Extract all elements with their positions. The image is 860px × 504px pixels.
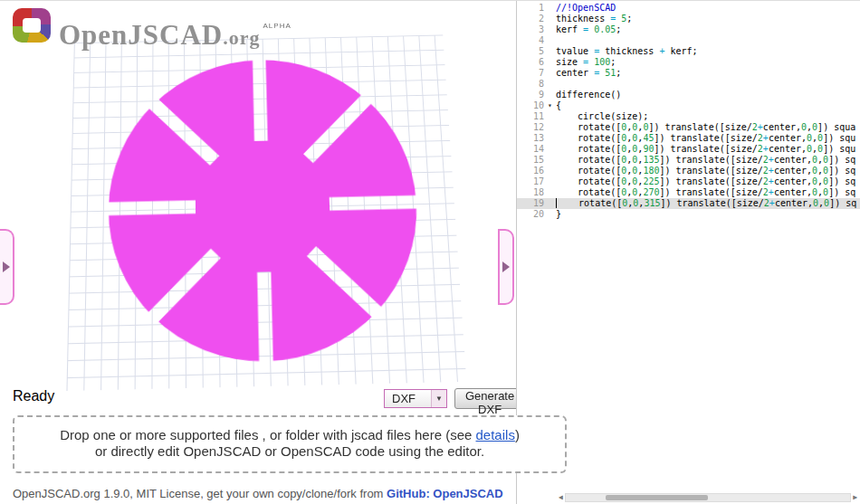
line-number: 17: [517, 176, 544, 187]
code-line[interactable]: 14 rotate([0,0,90]) translate([size/2+ce…: [517, 144, 860, 155]
line-number: 12: [517, 122, 544, 133]
code-line[interactable]: 1//!OpenSCAD: [517, 3, 860, 14]
fold-gutter-spacer: [544, 24, 556, 35]
code-line[interactable]: 13 rotate([0,0,45]) translate([size/2+ce…: [517, 133, 860, 144]
viewer-canvas[interactable]: [66, 34, 466, 390]
code-text: rotate([0,0,180]) translate([size/2+cent…: [556, 166, 860, 176]
line-number: 9: [517, 90, 544, 100]
code-text: rotate([0,0,45]) translate([size/2+cente…: [556, 133, 860, 144]
code-line[interactable]: 18 rotate([0,0,270]) translate([size/2+c…: [517, 187, 860, 198]
scroll-right-icon[interactable]: ▶: [853, 492, 857, 503]
chevron-down-icon: ▼: [431, 390, 446, 407]
fold-arrow-icon[interactable]: ▾: [544, 100, 556, 111]
code-line[interactable]: 20}: [517, 209, 860, 220]
code-line[interactable]: 6size = 100;: [517, 57, 860, 68]
code-line[interactable]: 9difference(): [517, 90, 860, 100]
arrow-right-icon: [3, 262, 10, 272]
code-line[interactable]: 16 rotate([0,0,180]) translate([size/2+c…: [517, 166, 860, 176]
scrollbar-thumb[interactable]: [606, 495, 708, 500]
line-number: 5: [517, 46, 544, 57]
fold-gutter-spacer: [544, 111, 556, 122]
line-number: 11: [517, 111, 544, 122]
fold-gutter-spacer: [544, 68, 556, 79]
code-line[interactable]: 4: [517, 35, 860, 46]
line-number: 10: [517, 100, 544, 111]
github-link[interactable]: GitHub: OpenJSCAD: [387, 487, 503, 500]
format-select-value: DXF: [385, 390, 431, 407]
code-line[interactable]: 7center = 51;: [517, 68, 860, 79]
code-text: rotate([0,0,225]) translate([size/2+cent…: [556, 176, 860, 187]
line-number: 7: [517, 68, 544, 79]
code-text: size = 100;: [556, 57, 860, 68]
file-dropzone[interactable]: Drop one or more supported files , or fo…: [13, 415, 567, 473]
line-number: 15: [517, 155, 544, 166]
fold-gutter-spacer: [544, 90, 556, 100]
design-shape-circle: [107, 57, 425, 365]
openjscad-logo-icon: [13, 8, 51, 43]
fold-gutter-spacer: [544, 35, 556, 46]
fold-gutter-spacer: [544, 176, 556, 187]
dropzone-line1: Drop one or more supported files , or fo…: [14, 427, 565, 443]
code-line[interactable]: 15 rotate([0,0,135]) translate([size/2+c…: [517, 155, 860, 166]
scrollbar-track[interactable]: [565, 493, 851, 502]
line-number: 3: [517, 24, 544, 35]
fold-gutter-spacer: [544, 144, 556, 155]
viewer-panel: OpenJSCAD.orgALPHA: [0, 1, 516, 504]
logo-suffix: .org: [223, 26, 260, 49]
code-line[interactable]: 17 rotate([0,0,225]) translate([size/2+c…: [517, 176, 860, 187]
horizontal-scrollbar[interactable]: ◀ ▶: [559, 492, 857, 503]
code-line[interactable]: 12 rotate([0,0,0]) translate([size/2+cen…: [517, 122, 860, 133]
fold-gutter-spacer: [544, 198, 556, 209]
code-text: rotate([0,0,135]) translate([size/2+cent…: [556, 155, 860, 166]
dropzone-text-before: Drop one or more supported files , or fo…: [60, 427, 475, 442]
generate-button[interactable]: Generate DXF: [454, 388, 525, 409]
code-line[interactable]: 8: [517, 79, 860, 90]
line-number: 16: [517, 166, 544, 176]
code-text: [556, 35, 860, 46]
code-text: rotate([0,0,90]) translate([size/2+cente…: [556, 144, 860, 155]
code-line[interactable]: 19 rotate([0,0,315]) translate([size/2+c…: [517, 198, 860, 209]
editor-panel-handle[interactable]: [498, 229, 514, 305]
line-number: 6: [517, 57, 544, 68]
fold-gutter-spacer: [544, 209, 556, 220]
code-text: center = 51;: [556, 68, 860, 79]
line-number: 18: [517, 187, 544, 198]
scroll-left-icon[interactable]: ◀: [559, 492, 563, 503]
line-number: 1: [517, 3, 544, 14]
code-line[interactable]: 11 circle(size);: [517, 111, 860, 122]
line-number: 8: [517, 79, 544, 90]
fold-gutter-spacer: [544, 133, 556, 144]
fold-gutter-spacer: [544, 46, 556, 57]
code-text: [556, 79, 860, 90]
fold-gutter-spacer: [544, 79, 556, 90]
code-lines: 1//!OpenSCAD2thickness = 5;3kerf = 0.05;…: [517, 1, 860, 220]
code-text: kerf = 0.05;: [556, 24, 860, 35]
line-number: 2: [517, 14, 544, 24]
design-shape: [100, 52, 431, 371]
dropzone-text-after: ): [515, 427, 520, 442]
line-number: 14: [517, 144, 544, 155]
line-number: 4: [517, 35, 544, 46]
footer: OpenJSCAD.org 1.9.0, MIT License, get yo…: [13, 487, 503, 500]
code-editor[interactable]: 1//!OpenSCAD2thickness = 5;3kerf = 0.05;…: [516, 1, 860, 504]
alpha-badge: ALPHA: [263, 22, 291, 30]
code-line[interactable]: 10▾{: [517, 100, 860, 111]
code-line[interactable]: 3kerf = 0.05;: [517, 24, 860, 35]
logo-title: OpenJSCAD: [59, 19, 223, 51]
fold-gutter-spacer: [544, 3, 556, 14]
details-link[interactable]: details: [476, 427, 515, 442]
left-panel-handle[interactable]: [0, 229, 14, 305]
arrow-right-icon: [502, 262, 510, 272]
dropzone-line2: or directly edit OpenJSCAD or OpenSCAD c…: [14, 443, 565, 460]
code-text: tvalue = thickness + kerf;: [556, 46, 860, 57]
code-line[interactable]: 2thickness = 5;: [517, 14, 860, 24]
code-line[interactable]: 5tvalue = thickness + kerf;: [517, 46, 860, 57]
line-number: 20: [517, 209, 544, 220]
status-text: Ready: [13, 388, 54, 404]
format-select[interactable]: DXF ▼: [384, 389, 447, 408]
fold-gutter-spacer: [544, 166, 556, 176]
line-number: 13: [517, 133, 544, 144]
code-text: rotate([0,0,270]) translate([size/2+cent…: [556, 187, 860, 198]
logo-wordmark: OpenJSCAD.orgALPHA: [59, 8, 291, 56]
code-text: thickness = 5;: [556, 14, 860, 24]
